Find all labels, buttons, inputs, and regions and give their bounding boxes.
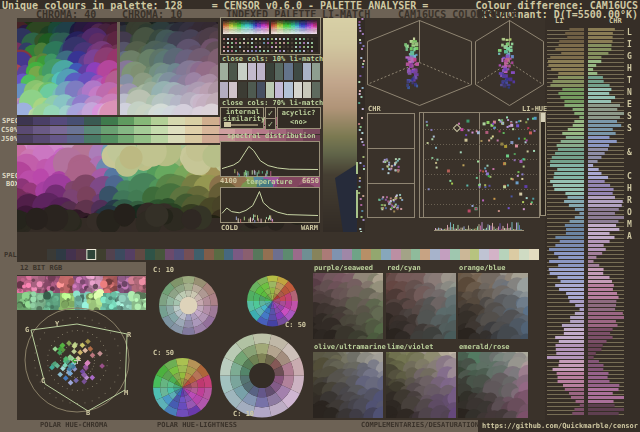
comp-label-4: lime/violet	[387, 343, 433, 351]
acyclic-question-label: acyclic?	[280, 109, 317, 117]
spectral-distribution-chart	[220, 141, 320, 177]
close-cols-row1	[220, 63, 320, 80]
wheel-letter-y: Y	[55, 320, 59, 328]
close-col-swatch	[248, 63, 256, 80]
spectral-distribution-label: spectral distribution	[227, 132, 316, 140]
comp-label-2: orange/blue	[459, 264, 505, 272]
colourspace-cube-1	[366, 18, 472, 107]
li-hue-scatter	[419, 112, 540, 218]
comp-panel-0	[313, 273, 383, 339]
chr-panel-label: CHR	[368, 105, 381, 113]
close-col-swatch	[312, 82, 320, 98]
li-match-strip	[323, 18, 365, 232]
similarity-slider-handle[interactable]	[224, 122, 231, 127]
wheel-letter-m: M	[124, 389, 128, 397]
comp-panel-2	[458, 273, 528, 339]
indexed-dots-grid	[222, 37, 318, 52]
spectral-max-label: 6650	[302, 177, 319, 185]
close-col-swatch	[284, 82, 292, 98]
close-col-swatch	[238, 63, 246, 80]
close-col-swatch	[229, 82, 237, 98]
close-col-swatch	[257, 63, 265, 80]
li-hue-scrollbar[interactable]	[540, 112, 546, 216]
caption-polar-hue-lightness: POLAR HUE-LIGHTNESS	[157, 421, 237, 429]
close-col-swatch	[303, 82, 311, 98]
polar-lightness-circle-4	[219, 331, 305, 420]
chroma-bars	[588, 26, 624, 418]
wheel-letter-g: G	[25, 326, 29, 334]
chroma-10-map	[120, 22, 218, 115]
palette-strip[interactable]	[47, 249, 539, 260]
close-col-swatch	[275, 63, 283, 80]
indexed-thumb-1	[223, 20, 269, 34]
caption-complementaries: COMPLEMENTARIES/DESATURATION	[361, 421, 479, 429]
wheel-letter-r: R	[127, 331, 131, 339]
close-col-swatch	[294, 82, 302, 98]
cold-label: COLD	[221, 224, 238, 232]
comp-panel-1	[386, 273, 456, 339]
bit12-label: 12 BIT RGB	[20, 264, 62, 272]
sidebar-li-header: LI	[555, 17, 563, 25]
close-col-swatch	[238, 82, 246, 98]
close-col-swatch	[275, 82, 283, 98]
lightness-chroma-vertical-label: LIGHTNESS & CHROMA	[625, 28, 634, 240]
circle3-label: C: 50	[153, 349, 174, 357]
comp-label-0: purple/seaweed	[314, 264, 373, 272]
j50-strip-label: J50%	[1, 135, 18, 143]
close-col-swatch	[312, 63, 320, 80]
li-hue-scrollbar-handle[interactable]	[541, 113, 545, 122]
close-col-swatch	[266, 82, 274, 98]
close-col-swatch	[284, 63, 292, 80]
section-chroma40: CHROMA: 40	[36, 10, 96, 19]
acyclic-value[interactable]: <no>	[280, 118, 317, 126]
section-chroma10: CHROMA: 10	[122, 10, 182, 19]
pal-label: PAL	[4, 251, 17, 259]
acyclic-checkbox[interactable]: ✓	[265, 118, 276, 130]
wheel-letter-b: B	[86, 409, 90, 417]
circle4-label: C: 10	[233, 410, 254, 418]
circle2-label: C: 50	[285, 321, 306, 329]
close-cols-row2	[220, 82, 320, 98]
warm-label: WARM	[301, 224, 318, 232]
polar-hue-chroma-wheel	[17, 306, 150, 418]
close-col-swatch	[220, 82, 228, 98]
chroma-40-map	[17, 22, 117, 115]
hue-histogram	[419, 221, 540, 232]
close-col-swatch	[266, 63, 274, 80]
close-cols-70-label: close cols: 70% li-match	[222, 99, 323, 107]
indexed-thumb-2	[271, 20, 317, 34]
comp-label-1: red/cyan	[387, 264, 421, 272]
close-col-swatch	[257, 82, 265, 98]
colourspace-cube-2	[474, 18, 544, 107]
sidebar-chr-header: CHR	[609, 17, 622, 25]
censor-app: { "header": { "unique": "Unique colours …	[0, 0, 640, 432]
temperature-chart	[220, 187, 320, 223]
lightness-bars	[547, 26, 584, 418]
comp-panel-5	[458, 352, 528, 418]
close-col-swatch	[303, 63, 311, 80]
polar-lightness-circle-3	[152, 357, 213, 418]
close-cols-10-label: close cols: 10% li-match	[222, 55, 323, 63]
close-col-swatch	[220, 63, 228, 80]
bit12-swatches	[17, 276, 146, 310]
wheel-letter-c: C	[41, 377, 45, 385]
comp-panel-3	[313, 352, 383, 418]
close-col-swatch	[229, 63, 237, 80]
footer-url[interactable]: https://github.com/Quickmarble/censor	[478, 422, 638, 430]
caption-polar-hue-chroma: POLAR HUE-CHROMA	[40, 421, 107, 429]
polar-lightness-circle-2	[246, 274, 299, 328]
close-col-swatch	[294, 63, 302, 80]
comp-label-5: emerald/rose	[459, 343, 510, 351]
comp-panel-4	[386, 352, 456, 418]
circle1-label: C: 10	[153, 266, 174, 274]
chr-mini-panels	[367, 113, 415, 218]
comp-label-3: olive/ultramarine	[314, 343, 386, 351]
polar-lightness-circle-1	[158, 275, 219, 336]
close-col-swatch	[248, 82, 256, 98]
temperature-label: temperature	[246, 178, 292, 186]
c50-strip-label: C50%	[1, 126, 18, 134]
spectral-min-label: 4100	[220, 177, 237, 185]
